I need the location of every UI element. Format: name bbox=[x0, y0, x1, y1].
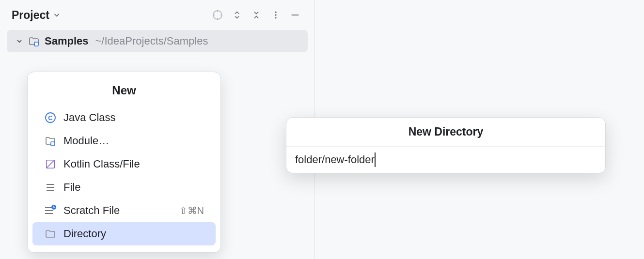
expand-collapse-icon[interactable] bbox=[227, 5, 247, 25]
new-menu-item-module[interactable]: Module… bbox=[32, 129, 216, 152]
new-directory-dialog-title: New Directory bbox=[286, 118, 605, 147]
file-icon bbox=[44, 181, 57, 194]
new-menu-item-java-class[interactable]: CJava Class bbox=[32, 106, 216, 129]
menu-item-label: File bbox=[63, 181, 80, 194]
chevron-down-icon bbox=[16, 37, 23, 45]
new-directory-name-input[interactable] bbox=[286, 147, 605, 173]
project-root-name: Samples bbox=[45, 35, 89, 47]
scratch-icon bbox=[44, 204, 57, 217]
menu-item-label: Kotlin Class/File bbox=[63, 158, 140, 170]
new-menu-item-kotlin-class-file[interactable]: Kotlin Class/File bbox=[32, 152, 216, 176]
menu-item-label: Directory bbox=[63, 228, 106, 240]
hide-panel-icon[interactable] bbox=[285, 5, 305, 25]
project-root-path: ~/IdeaProjects/Samples bbox=[95, 35, 208, 47]
text-caret bbox=[375, 152, 376, 167]
kotlin-icon bbox=[44, 158, 57, 170]
svg-rect-9 bbox=[34, 42, 38, 46]
svg-text:C: C bbox=[48, 114, 53, 122]
svg-point-7 bbox=[275, 17, 276, 18]
project-panel-title[interactable]: Project bbox=[12, 9, 49, 22]
new-context-menu: New CJava ClassModule…Kotlin Class/FileF… bbox=[27, 72, 221, 253]
project-tool-window: Project Samples ~/IdeaProjects/Samples bbox=[0, 0, 315, 259]
project-panel-header: Project bbox=[0, 0, 314, 30]
menu-item-label: Java Class bbox=[63, 111, 116, 124]
menu-item-shortcut: ⇧⌘N bbox=[179, 205, 204, 216]
new-menu-item-file[interactable]: File bbox=[32, 176, 216, 199]
new-menu-item-directory[interactable]: Directory bbox=[32, 222, 216, 245]
new-menu-item-scratch-file[interactable]: Scratch File⇧⌘N bbox=[32, 199, 216, 222]
svg-point-6 bbox=[275, 14, 276, 15]
more-options-icon[interactable] bbox=[266, 5, 285, 25]
folder-icon bbox=[44, 228, 57, 240]
java-icon: C bbox=[44, 111, 57, 124]
collapse-all-icon[interactable] bbox=[247, 5, 266, 25]
menu-item-label: Scratch File bbox=[63, 204, 120, 217]
svg-point-5 bbox=[275, 12, 276, 13]
new-menu-title: New bbox=[28, 77, 220, 106]
menu-item-label: Module… bbox=[63, 135, 109, 147]
project-root-item[interactable]: Samples ~/IdeaProjects/Samples bbox=[7, 30, 308, 52]
module-icon bbox=[44, 135, 57, 147]
project-folder-icon bbox=[28, 35, 40, 47]
select-opened-file-icon[interactable] bbox=[208, 5, 227, 25]
new-directory-dialog: New Directory bbox=[286, 117, 606, 173]
svg-rect-12 bbox=[51, 142, 55, 146]
chevron-down-icon[interactable] bbox=[52, 11, 61, 19]
